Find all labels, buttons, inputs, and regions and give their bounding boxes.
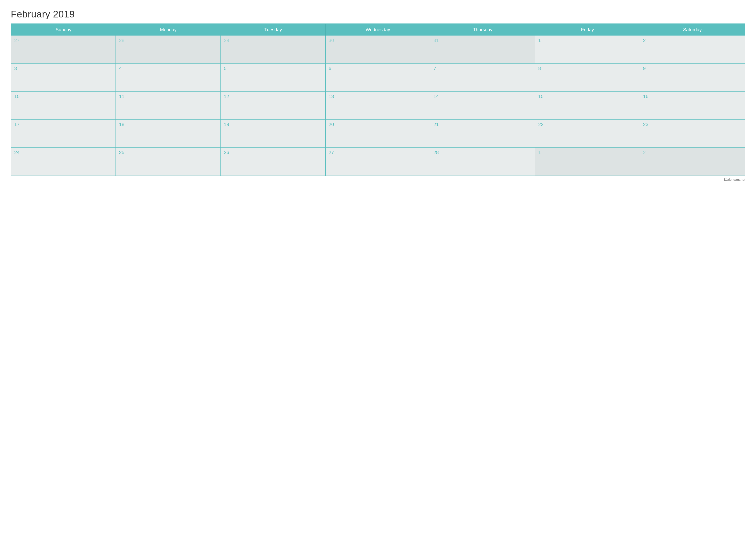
calendar-cell[interactable]: 1 xyxy=(535,36,640,64)
header-day-saturday: Saturday xyxy=(640,24,745,36)
day-number: 17 xyxy=(14,122,20,127)
calendar-body: 2728293031123456789101112131415161718192… xyxy=(11,36,745,176)
calendar-cell[interactable]: 4 xyxy=(116,64,221,91)
day-number: 11 xyxy=(119,94,124,99)
calendar: SundayMondayTuesdayWednesdayThursdayFrid… xyxy=(11,23,745,176)
calendar-cell[interactable]: 28 xyxy=(116,36,221,64)
day-number: 31 xyxy=(433,38,439,43)
day-number: 29 xyxy=(224,38,229,43)
calendar-cell[interactable]: 28 xyxy=(430,147,535,176)
header-day-monday: Monday xyxy=(116,24,221,36)
day-number: 20 xyxy=(329,122,334,127)
day-number: 16 xyxy=(643,94,648,99)
calendar-cell[interactable]: 2 xyxy=(640,147,745,176)
day-number: 10 xyxy=(14,94,20,99)
day-number: 7 xyxy=(433,66,436,71)
day-number: 5 xyxy=(224,66,227,71)
calendar-cell[interactable]: 31 xyxy=(430,36,535,64)
day-number: 13 xyxy=(329,94,334,99)
day-number: 18 xyxy=(119,122,124,127)
day-number: 25 xyxy=(119,150,124,155)
calendar-cell[interactable]: 25 xyxy=(116,147,221,176)
day-number: 14 xyxy=(433,94,439,99)
calendar-cell[interactable]: 27 xyxy=(326,147,430,176)
calendar-cell[interactable]: 14 xyxy=(430,91,535,119)
day-number: 9 xyxy=(643,66,646,71)
calendar-header: SundayMondayTuesdayWednesdayThursdayFrid… xyxy=(11,24,745,36)
calendar-cell[interactable]: 5 xyxy=(221,64,326,91)
calendar-cell[interactable]: 3 xyxy=(11,64,116,91)
day-number: 12 xyxy=(224,94,229,99)
day-number: 27 xyxy=(329,150,334,155)
calendar-cell[interactable]: 24 xyxy=(11,147,116,176)
day-number: 22 xyxy=(538,122,544,127)
day-number: 2 xyxy=(643,38,646,43)
calendar-cell[interactable]: 16 xyxy=(640,91,745,119)
page-title: February 2019 xyxy=(11,9,745,20)
day-number: 23 xyxy=(643,122,648,127)
header-day-sunday: Sunday xyxy=(11,24,116,36)
calendar-cell[interactable]: 13 xyxy=(326,91,430,119)
day-number: 19 xyxy=(224,122,229,127)
calendar-cell[interactable]: 7 xyxy=(430,64,535,91)
header-day-thursday: Thursday xyxy=(430,24,535,36)
calendar-cell[interactable]: 20 xyxy=(326,119,430,147)
calendar-cell[interactable]: 17 xyxy=(11,119,116,147)
day-number: 28 xyxy=(119,38,124,43)
header-day-wednesday: Wednesday xyxy=(326,24,430,36)
calendar-cell[interactable]: 26 xyxy=(221,147,326,176)
calendar-cell[interactable]: 29 xyxy=(221,36,326,64)
day-number: 30 xyxy=(329,38,334,43)
watermark: iCalendars.net xyxy=(11,178,745,181)
calendar-cell[interactable]: 11 xyxy=(116,91,221,119)
header-day-friday: Friday xyxy=(535,24,640,36)
day-number: 8 xyxy=(538,66,541,71)
day-number: 26 xyxy=(224,150,229,155)
day-number: 21 xyxy=(433,122,439,127)
day-number: 1 xyxy=(538,150,541,155)
day-number: 28 xyxy=(433,150,439,155)
day-number: 27 xyxy=(14,38,20,43)
day-number: 3 xyxy=(14,66,17,71)
day-number: 24 xyxy=(14,150,20,155)
day-number: 6 xyxy=(329,66,331,71)
calendar-cell[interactable]: 1 xyxy=(535,147,640,176)
calendar-cell[interactable]: 2 xyxy=(640,36,745,64)
calendar-cell[interactable]: 22 xyxy=(535,119,640,147)
calendar-cell[interactable]: 8 xyxy=(535,64,640,91)
calendar-cell[interactable]: 19 xyxy=(221,119,326,147)
calendar-cell[interactable]: 30 xyxy=(326,36,430,64)
calendar-cell[interactable]: 18 xyxy=(116,119,221,147)
day-number: 4 xyxy=(119,66,122,71)
calendar-cell[interactable]: 9 xyxy=(640,64,745,91)
day-number: 1 xyxy=(538,38,541,43)
calendar-cell[interactable]: 6 xyxy=(326,64,430,91)
calendar-cell[interactable]: 27 xyxy=(11,36,116,64)
calendar-cell[interactable]: 12 xyxy=(221,91,326,119)
calendar-cell[interactable]: 21 xyxy=(430,119,535,147)
day-number: 2 xyxy=(643,150,646,155)
header-day-tuesday: Tuesday xyxy=(221,24,326,36)
day-number: 15 xyxy=(538,94,544,99)
calendar-cell[interactable]: 10 xyxy=(11,91,116,119)
calendar-cell[interactable]: 23 xyxy=(640,119,745,147)
calendar-cell[interactable]: 15 xyxy=(535,91,640,119)
